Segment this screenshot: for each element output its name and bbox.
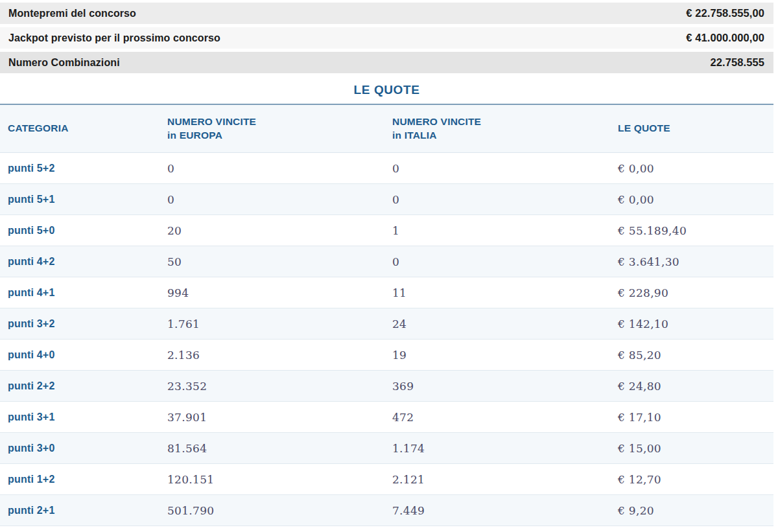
montepremi-label: Montepremi del concorso bbox=[8, 8, 136, 19]
quote-cell: € 85,20 bbox=[610, 349, 773, 362]
category-cell: punti 2+2 bbox=[0, 380, 159, 392]
category-cell: punti 3+2 bbox=[0, 318, 159, 330]
quote-cell: € 55.189,40 bbox=[610, 224, 773, 237]
italy-wins-cell: 369 bbox=[384, 380, 610, 393]
europe-wins-cell: 23.352 bbox=[159, 380, 384, 393]
table-row-punti-4-2: punti 4+2 50 0 € 3.641,30 bbox=[0, 246, 773, 277]
category-cell: punti 4+2 bbox=[0, 256, 159, 268]
table-row-punti-5-0: punti 5+0 20 1 € 55.189,40 bbox=[0, 215, 773, 246]
table-row-punti-5-2: punti 5+2 0 0 € 0,00 bbox=[0, 153, 773, 184]
col-header-categoria: CATEGORIA bbox=[0, 122, 159, 135]
category-cell: punti 5+1 bbox=[0, 194, 159, 205]
quote-cell: € 0,00 bbox=[610, 162, 773, 175]
italy-wins-cell: 1 bbox=[384, 224, 610, 237]
quote-cell: € 12,70 bbox=[610, 473, 773, 486]
category-cell: punti 3+0 bbox=[0, 443, 159, 454]
table-row-punti-2-2: punti 2+2 23.352 369 € 24,80 bbox=[0, 371, 773, 402]
table-row-punti-3-1: punti 3+1 37.901 472 € 17,10 bbox=[0, 402, 773, 433]
europe-wins-cell: 20 bbox=[159, 224, 384, 237]
col-header-vincite-italia: NUMERO VINCITE in ITALIA bbox=[384, 115, 610, 141]
quote-cell: € 24,80 bbox=[610, 380, 773, 393]
italy-wins-cell: 0 bbox=[384, 193, 610, 206]
europe-wins-cell: 0 bbox=[159, 193, 384, 206]
lottery-results-page: Montepremi del concorso € 22.758.555,00 … bbox=[0, 0, 773, 526]
category-cell: punti 5+2 bbox=[0, 163, 159, 174]
category-cell: punti 3+1 bbox=[0, 411, 159, 423]
table-row-punti-3-2: punti 3+2 1.761 24 € 142,10 bbox=[0, 308, 773, 340]
italy-wins-cell: 2.121 bbox=[384, 473, 610, 486]
jackpot-value: € 41.000.000,00 bbox=[686, 32, 764, 44]
table-row-punti-5-1: punti 5+1 0 0 € 0,00 bbox=[0, 184, 773, 215]
summary-row-montepremi: Montepremi del concorso € 22.758.555,00 bbox=[0, 3, 773, 24]
summary-row-combinazioni: Numero Combinazioni 22.758.555 bbox=[0, 52, 773, 73]
contest-summary: Montepremi del concorso € 22.758.555,00 … bbox=[0, 3, 773, 73]
table-row-punti-3-0: punti 3+0 81.564 1.174 € 15,00 bbox=[0, 433, 773, 464]
italy-wins-cell: 472 bbox=[384, 411, 610, 424]
summary-row-jackpot: Jackpot previsto per il prossimo concors… bbox=[0, 27, 773, 49]
col-header-vincite-europa: NUMERO VINCITE in EUROPA bbox=[159, 115, 384, 141]
quote-cell: € 9,20 bbox=[610, 504, 773, 517]
montepremi-value: € 22.758.555,00 bbox=[686, 7, 764, 19]
europe-wins-cell: 501.790 bbox=[159, 504, 384, 517]
category-cell: punti 4+0 bbox=[0, 349, 159, 361]
jackpot-label: Jackpot previsto per il prossimo concors… bbox=[8, 32, 220, 44]
italy-wins-cell: 1.174 bbox=[384, 442, 610, 455]
europe-wins-cell: 81.564 bbox=[159, 442, 384, 455]
europe-wins-cell: 2.136 bbox=[159, 349, 384, 362]
italy-wins-cell: 11 bbox=[384, 286, 610, 299]
table-row-punti-4-1: punti 4+1 994 11 € 228,90 bbox=[0, 277, 773, 308]
quote-cell: € 17,10 bbox=[610, 411, 773, 424]
category-cell: punti 4+1 bbox=[0, 287, 159, 299]
category-cell: punti 2+1 bbox=[0, 505, 159, 516]
europe-wins-cell: 50 bbox=[159, 255, 384, 268]
combinazioni-value: 22.758.555 bbox=[710, 56, 764, 69]
quotes-table: CATEGORIA NUMERO VINCITE in EUROPA NUMER… bbox=[0, 105, 773, 526]
category-cell: punti 1+2 bbox=[0, 474, 159, 485]
quotes-title-bar: LE QUOTE bbox=[0, 76, 773, 105]
quotes-section-title: LE QUOTE bbox=[354, 83, 420, 97]
table-row-punti-1-2: punti 1+2 120.151 2.121 € 12,70 bbox=[0, 464, 773, 495]
quote-cell: € 228,90 bbox=[610, 286, 773, 299]
europe-wins-cell: 0 bbox=[159, 162, 384, 175]
combinazioni-label: Numero Combinazioni bbox=[8, 57, 120, 69]
italy-wins-cell: 19 bbox=[384, 349, 610, 362]
col-header-le-quote: LE QUOTE bbox=[610, 122, 773, 135]
quote-cell: € 142,10 bbox=[610, 318, 773, 330]
quote-cell: € 15,00 bbox=[610, 442, 773, 455]
europe-wins-cell: 1.761 bbox=[159, 318, 384, 330]
europe-wins-cell: 994 bbox=[159, 286, 384, 299]
quotes-table-header: CATEGORIA NUMERO VINCITE in EUROPA NUMER… bbox=[0, 105, 773, 153]
europe-wins-cell: 37.901 bbox=[159, 411, 384, 424]
category-cell: punti 5+0 bbox=[0, 225, 159, 237]
italy-wins-cell: 0 bbox=[384, 255, 610, 268]
italy-wins-cell: 7.449 bbox=[384, 504, 610, 517]
europe-wins-cell: 120.151 bbox=[159, 473, 384, 486]
italy-wins-cell: 24 bbox=[384, 318, 610, 330]
quote-cell: € 0,00 bbox=[610, 193, 773, 206]
italy-wins-cell: 0 bbox=[384, 162, 610, 175]
quote-cell: € 3.641,30 bbox=[610, 255, 773, 268]
table-row-punti-4-0: punti 4+0 2.136 19 € 85,20 bbox=[0, 340, 773, 371]
table-row-punti-2-1: punti 2+1 501.790 7.449 € 9,20 bbox=[0, 495, 773, 526]
